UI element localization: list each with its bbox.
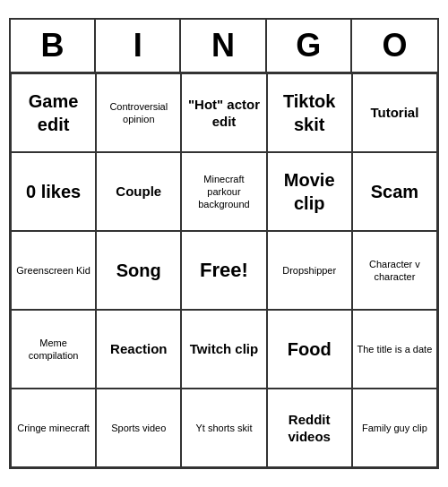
bingo-cell-16[interactable]: Reaction [96, 310, 181, 389]
header-letter-i: I [96, 20, 181, 72]
bingo-cell-12[interactable]: Free! [181, 231, 266, 310]
bingo-cell-18[interactable]: Food [267, 310, 352, 389]
header-letter-n: N [181, 20, 266, 72]
bingo-cell-4[interactable]: Tutorial [352, 73, 437, 152]
bingo-cell-24[interactable]: Family guy clip [352, 389, 437, 467]
bingo-cell-13[interactable]: Dropshipper [267, 231, 352, 310]
bingo-cell-8[interactable]: Movie clip [267, 152, 352, 231]
bingo-cell-15[interactable]: Meme compilation [11, 310, 96, 389]
header-letter-b: B [11, 20, 96, 72]
bingo-cell-21[interactable]: Sports video [96, 389, 181, 467]
header-letter-o: O [352, 20, 437, 72]
bingo-header: BINGO [11, 20, 437, 73]
bingo-cell-6[interactable]: Couple [96, 152, 181, 231]
bingo-cell-10[interactable]: Greenscreen Kid [11, 231, 96, 310]
bingo-cell-9[interactable]: Scam [352, 152, 437, 231]
bingo-cell-20[interactable]: Cringe minecraft [11, 389, 96, 467]
bingo-cell-11[interactable]: Song [96, 231, 181, 310]
bingo-cell-2[interactable]: "Hot" actor edit [181, 73, 266, 152]
bingo-cell-0[interactable]: Game edit [11, 73, 96, 152]
bingo-cell-14[interactable]: Character v character [352, 231, 437, 310]
header-letter-g: G [267, 20, 352, 72]
bingo-cell-23[interactable]: Reddit videos [267, 389, 352, 467]
bingo-cell-17[interactable]: Twitch clip [181, 310, 266, 389]
bingo-cell-1[interactable]: Controversial opinion [96, 73, 181, 152]
bingo-grid: Game editControversial opinion"Hot" acto… [11, 73, 437, 467]
bingo-cell-5[interactable]: 0 likes [11, 152, 96, 231]
bingo-cell-7[interactable]: Minecraft parkour background [181, 152, 266, 231]
bingo-card: BINGO Game editControversial opinion"Hot… [9, 18, 439, 469]
bingo-cell-22[interactable]: Yt shorts skit [181, 389, 266, 467]
bingo-cell-19[interactable]: The title is a date [352, 310, 437, 389]
bingo-cell-3[interactable]: Tiktok skit [267, 73, 352, 152]
